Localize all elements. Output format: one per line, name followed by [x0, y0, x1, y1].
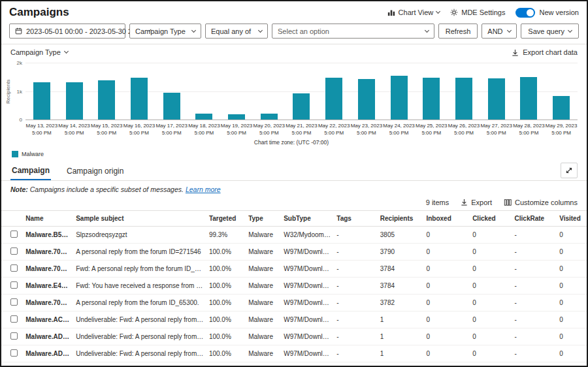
column-header-recipients[interactable]: Recipients	[378, 210, 424, 226]
cell-type: Malware	[246, 243, 281, 260]
cell-clicked: 0	[470, 243, 512, 260]
chart-bar[interactable]	[261, 114, 278, 120]
campaigns-table: NameSample subjectTargetedTypeSubTypeTag…	[1, 210, 587, 367]
chart-bar[interactable]	[423, 78, 440, 120]
learn-more-link[interactable]: Learn more	[186, 185, 221, 193]
cell-type: Malware	[246, 311, 281, 328]
row-checkbox[interactable]	[10, 298, 18, 306]
column-header-targeted[interactable]: Targeted	[206, 210, 246, 226]
value-select-dropdown[interactable]: Select an option	[272, 24, 434, 39]
export-chart-button[interactable]: Export chart data	[512, 48, 578, 56]
chart-bar[interactable]	[163, 93, 180, 120]
row-checkbox[interactable]	[10, 315, 18, 323]
cell-name[interactable]: Malware.AD13F809	[23, 328, 73, 345]
cell-name[interactable]: Malware.E4E375EF	[23, 277, 73, 294]
chart-bar[interactable]	[325, 78, 342, 120]
cell-name[interactable]: Malware.70E375EF	[23, 294, 73, 311]
refresh-button[interactable]: Refresh	[438, 24, 478, 39]
chart-view-dropdown[interactable]: Chart View	[387, 8, 440, 16]
chart-bar[interactable]	[195, 114, 212, 120]
chart-column	[513, 63, 546, 120]
cell-tags: -	[334, 277, 378, 294]
chart-bar[interactable]	[488, 78, 505, 120]
cell-visited: 0	[557, 294, 587, 311]
operator-dropdown[interactable]: Equal any of	[205, 24, 268, 39]
table-row[interactable]: Malware.70E375EFA personal reply from th…	[1, 243, 587, 260]
cell-name[interactable]: Malware.B571D3D7	[23, 226, 73, 243]
chart-bar[interactable]	[98, 80, 115, 120]
table-row[interactable]: Malware.ADAED514Undeliverable: Fwd: A pe…	[1, 345, 587, 362]
cell-name[interactable]: Malware.ECEEFD03	[23, 362, 73, 367]
cell-visited: 0	[557, 277, 587, 294]
chart-bar[interactable]	[66, 82, 83, 120]
y-tick-label: 0	[20, 117, 22, 123]
cell-type: Malware	[246, 328, 281, 345]
column-header-inboxed[interactable]: Inboxed	[423, 210, 470, 226]
note-prefix: Note:	[10, 185, 28, 193]
cell-sample-subject: Slpzsodreqsyzgzt	[73, 226, 206, 243]
table-row[interactable]: Malware.AC6FF917Undeliverable: Fwd: A pe…	[1, 311, 587, 328]
x-axis-label: May 27, 20235:00 PM	[480, 123, 513, 137]
chart-bar[interactable]	[228, 114, 245, 120]
chart-bar[interactable]	[455, 78, 472, 120]
chart-bar[interactable]	[293, 93, 310, 120]
columns-icon	[504, 199, 512, 206]
expand-button[interactable]	[561, 163, 578, 178]
tab-campaign-origin[interactable]: Campaign origin	[65, 162, 125, 180]
table-row[interactable]: Malware.E4E375EFFwd: You have received a…	[1, 277, 587, 294]
table-row[interactable]: Malware.B571D3D7Slpzsodreqsyzgzt99.3%Mal…	[1, 226, 587, 243]
cell-name[interactable]: Malware.ADAED514	[23, 345, 73, 362]
column-header-type[interactable]: Type	[246, 210, 281, 226]
chart-bar[interactable]	[391, 76, 408, 120]
expand-icon	[565, 167, 573, 174]
export-button[interactable]: Export	[461, 199, 492, 206]
column-header-tags[interactable]: Tags	[334, 210, 378, 226]
column-header-clickrate[interactable]: ClickRate	[512, 210, 557, 226]
chart-bar[interactable]	[131, 78, 148, 120]
and-label: AND	[487, 27, 502, 35]
cell-tags: -	[334, 328, 378, 345]
campaign-type-filter[interactable]: Campaign Type	[129, 24, 201, 39]
column-header-name[interactable]: Name	[23, 210, 73, 226]
row-checkbox[interactable]	[10, 349, 18, 357]
row-checkbox[interactable]	[10, 247, 18, 255]
group-by-dropdown[interactable]: Campaign Type	[10, 48, 68, 56]
chart-timezone-note: Chart time zone: (UTC -07:00)	[5, 139, 578, 146]
column-header-subtype[interactable]: SubType	[281, 210, 334, 226]
chart-bar[interactable]	[520, 77, 537, 120]
table-row[interactable]: Malware.70E375AFFwd: A personal reply fr…	[1, 260, 587, 277]
checkbox-cell	[1, 277, 23, 294]
cell-name[interactable]: Malware.70E375AF	[23, 260, 73, 277]
checkbox-cell	[1, 311, 23, 328]
row-checkbox[interactable]	[10, 281, 18, 289]
cell-targeted: 100.0%	[206, 277, 246, 294]
chart-column	[58, 63, 91, 120]
column-header-visited[interactable]: Visited	[557, 210, 587, 226]
chart-column	[25, 63, 58, 120]
customize-columns-button[interactable]: Customize columns	[504, 199, 578, 206]
table-row[interactable]: Malware.AD13F809Undeliverable: Fwd: A pe…	[1, 328, 587, 345]
chart-bar[interactable]	[553, 96, 570, 120]
cell-visited: 0	[557, 260, 587, 277]
cell-clicked: 0	[470, 362, 512, 367]
tab-campaign[interactable]: Campaign	[10, 161, 51, 180]
column-header-sample-subject[interactable]: Sample subject	[73, 210, 206, 226]
row-checkbox[interactable]	[10, 231, 18, 238]
row-checkbox[interactable]	[10, 264, 18, 272]
legend-item-malware[interactable]: Malware	[5, 146, 578, 161]
date-range-filter[interactable]: 2023-05-01 00:00 - 2023-05-30 23:59	[9, 24, 125, 39]
x-axis-label: May 18, 20235:00 PM	[188, 123, 221, 137]
chart-bar[interactable]	[33, 82, 50, 120]
new-version-toggle[interactable]	[515, 8, 535, 18]
cell-name[interactable]: Malware.70E375EF	[23, 243, 73, 260]
column-header-clicked[interactable]: Clicked	[470, 210, 512, 226]
table-row[interactable]: Malware.70E375EFA personal reply from th…	[1, 294, 587, 311]
save-query-button[interactable]: Save query	[521, 24, 579, 39]
mde-settings-button[interactable]: MDE Settings	[450, 8, 505, 16]
cell-tags: -	[334, 260, 378, 277]
and-dropdown[interactable]: AND	[482, 24, 517, 39]
cell-name[interactable]: Malware.AC6FF917	[23, 311, 73, 328]
table-row[interactable]: Malware.ECEEFD03Undeliverable: Fwd: A pe…	[1, 362, 587, 367]
chart-bar[interactable]	[358, 79, 375, 120]
row-checkbox[interactable]	[10, 332, 18, 340]
